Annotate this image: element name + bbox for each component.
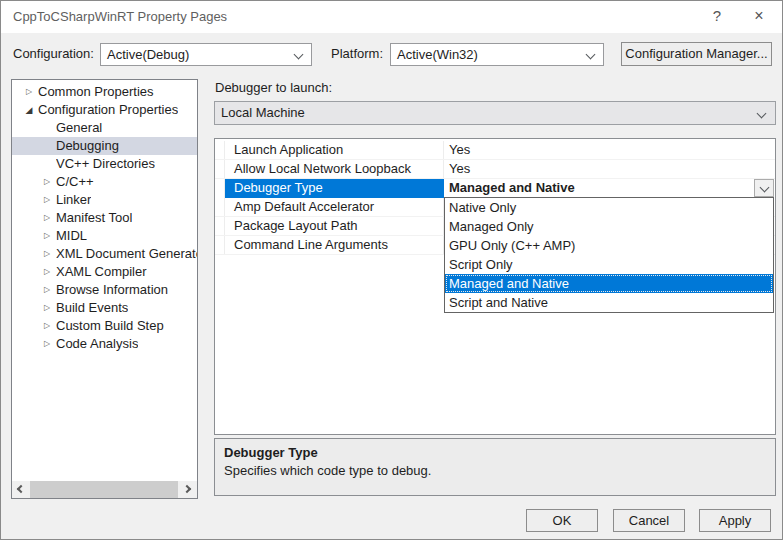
help-button[interactable]: ? [696, 1, 738, 33]
chevron-down-icon [586, 50, 596, 60]
chevron-right-icon[interactable]: ▷ [38, 263, 56, 281]
row-indent [215, 198, 225, 216]
platform-label: Platform: [331, 42, 383, 66]
chevron-right-icon [183, 485, 191, 493]
sidebar-item-xaml-compiler[interactable]: ▷ XAML Compiler [12, 263, 197, 281]
description-title: Debugger Type [224, 445, 766, 460]
sidebar-item-midl[interactable]: ▷ MIDL [12, 227, 197, 245]
property-name: Debugger Type [225, 179, 444, 198]
grid-row-launch-application[interactable]: Launch Application Yes [215, 141, 775, 160]
property-name: Command Line Arguments [225, 236, 444, 254]
scroll-left-arrow[interactable] [12, 481, 29, 498]
window-title: CppToCSharpWinRT Property Pages [13, 1, 227, 33]
titlebar: CppToCSharpWinRT Property Pages ? × [1, 1, 782, 33]
tree-item-label: Custom Build Step [56, 317, 164, 335]
close-button[interactable]: × [738, 1, 780, 33]
tree-item-label: Browse Information [56, 281, 168, 299]
sidebar-item-xml-document-generator[interactable]: ▷ XML Document Generator [12, 245, 197, 263]
property-tree: ▷ Common Properties ◢ Configuration Prop… [11, 79, 198, 499]
sidebar-item-c-cpp[interactable]: ▷ C/C++ [12, 173, 197, 191]
close-icon: × [754, 7, 763, 24]
configuration-manager-button[interactable]: Configuration Manager... [621, 42, 772, 66]
dropdown-option-native-only[interactable]: Native Only [445, 198, 773, 217]
sidebar-item-browse-information[interactable]: ▷ Browse Information [12, 281, 197, 299]
chevron-right-icon[interactable]: ▷ [38, 281, 56, 299]
platform-value: Active(Win32) [397, 47, 478, 62]
chevron-down-icon [760, 183, 770, 193]
tree-item-label: Debugging [56, 137, 119, 155]
configuration-label: Configuration: [13, 42, 94, 66]
debugger-to-launch-select[interactable]: Local Machine [214, 101, 776, 125]
sidebar-item-configuration-properties[interactable]: ◢ Configuration Properties [12, 101, 197, 119]
dropdown-option-gpu-only[interactable]: GPU Only (C++ AMP) [445, 236, 773, 255]
cancel-button[interactable]: Cancel [613, 509, 685, 532]
tree-item-label: VC++ Directories [56, 155, 155, 173]
scrollbar-thumb[interactable] [30, 481, 178, 498]
tree-item-label: XAML Compiler [56, 263, 147, 281]
debugger-to-launch-value: Local Machine [221, 105, 305, 120]
debugger-type-value: Managed and Native [449, 180, 575, 195]
chevron-right-icon[interactable]: ▷ [20, 83, 38, 101]
tree-item-label: MIDL [56, 227, 87, 245]
grid-row-allow-local-network-loopback[interactable]: Allow Local Network Loopback Yes [215, 160, 775, 179]
tree-item-label: Configuration Properties [38, 101, 178, 119]
row-indent [215, 217, 225, 235]
sidebar-item-linker[interactable]: ▷ Linker [12, 191, 197, 209]
ok-button[interactable]: OK [526, 509, 598, 532]
chevron-right-icon[interactable]: ▷ [38, 227, 56, 245]
debugger-type-dropdown-button[interactable] [754, 179, 774, 197]
row-indent [215, 160, 225, 178]
sidebar-item-debugging[interactable]: Debugging [12, 137, 197, 155]
property-pages-dialog: CppToCSharpWinRT Property Pages ? × Conf… [0, 0, 783, 540]
dropdown-option-script-and-native[interactable]: Script and Native [445, 293, 773, 312]
sidebar-item-custom-build-step[interactable]: ▷ Custom Build Step [12, 317, 197, 335]
help-icon: ? [713, 7, 721, 24]
row-indent [215, 236, 225, 254]
sidebar-item-vcpp-directories[interactable]: VC++ Directories [12, 155, 197, 173]
chevron-down-icon [757, 109, 767, 119]
description-text: Specifies which code type to debug. [224, 463, 766, 478]
property-name: Package Layout Path [225, 217, 444, 235]
property-value[interactable]: Yes [444, 141, 775, 159]
configuration-value: Active(Debug) [107, 47, 189, 62]
chevron-right-icon[interactable]: ▷ [38, 335, 56, 353]
sidebar-item-code-analysis[interactable]: ▷ Code Analysis [12, 335, 197, 353]
dropdown-option-managed-and-native[interactable]: Managed and Native [445, 274, 773, 293]
platform-select[interactable]: Active(Win32) [390, 43, 604, 66]
chevron-right-icon[interactable]: ▷ [38, 245, 56, 263]
chevron-right-icon[interactable]: ▷ [38, 209, 56, 227]
tree-item-label: Linker [56, 191, 91, 209]
description-panel: Debugger Type Specifies which code type … [214, 438, 776, 496]
property-value[interactable]: Yes [444, 160, 775, 178]
chevron-right-icon[interactable]: ▷ [38, 191, 56, 209]
chevron-expanded-icon[interactable]: ◢ [20, 101, 38, 119]
property-value[interactable]: Managed and Native [444, 179, 775, 198]
tree-item-label: Build Events [56, 299, 128, 317]
property-name: Amp Default Accelerator [225, 198, 444, 216]
row-indent [215, 179, 225, 198]
grid-row-debugger-type[interactable]: Debugger Type Managed and Native [215, 179, 775, 198]
property-name: Launch Application [225, 141, 444, 159]
sidebar-item-common-properties[interactable]: ▷ Common Properties [12, 83, 197, 101]
chevron-right-icon[interactable]: ▷ [38, 299, 56, 317]
dropdown-option-managed-only[interactable]: Managed Only [445, 217, 773, 236]
chevron-right-icon[interactable]: ▷ [38, 317, 56, 335]
sidebar-item-general[interactable]: General [12, 119, 197, 137]
apply-button[interactable]: Apply [699, 509, 771, 532]
property-name: Allow Local Network Loopback [225, 160, 444, 178]
horizontal-scrollbar[interactable] [12, 481, 197, 498]
chevron-down-icon [294, 50, 304, 60]
scroll-right-arrow[interactable] [180, 481, 197, 498]
chevron-right-icon[interactable]: ▷ [38, 173, 56, 191]
sidebar-item-build-events[interactable]: ▷ Build Events [12, 299, 197, 317]
row-indent [215, 141, 225, 159]
dropdown-option-script-only[interactable]: Script Only [445, 255, 773, 274]
tree-item-label: XML Document Generator [56, 245, 197, 263]
tree-item-label: General [56, 119, 102, 137]
sidebar-item-manifest-tool[interactable]: ▷ Manifest Tool [12, 209, 197, 227]
tree-item-label: Code Analysis [56, 335, 138, 353]
tree-item-label: Manifest Tool [56, 209, 132, 227]
tree-item-label: Common Properties [38, 83, 154, 101]
configuration-select[interactable]: Active(Debug) [100, 43, 312, 66]
debugger-to-launch-label: Debugger to launch: [215, 80, 332, 95]
